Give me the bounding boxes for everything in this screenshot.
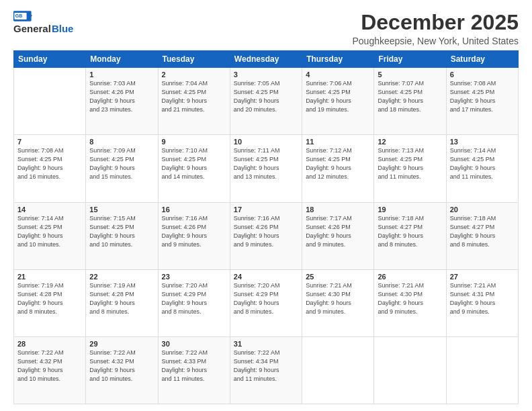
day-number: 29 xyxy=(89,340,154,348)
calendar: Sunday Monday Tuesday Wednesday Thursday… xyxy=(13,50,519,404)
title-block: December 2025 Poughkeepsie, New York, Un… xyxy=(353,11,519,46)
day-number: 3 xyxy=(234,71,298,79)
day-number: 28 xyxy=(17,340,82,348)
day-number: 5 xyxy=(378,71,442,79)
calendar-header-row: Sunday Monday Tuesday Wednesday Thursday… xyxy=(14,51,519,68)
calendar-cell: 10Sunrise: 7:11 AMSunset: 4:25 PMDayligh… xyxy=(230,135,302,202)
day-info: Sunrise: 7:22 AMSunset: 4:34 PMDaylight:… xyxy=(234,349,298,383)
day-info: Sunrise: 7:20 AMSunset: 4:29 PMDaylight:… xyxy=(234,281,298,316)
col-wednesday: Wednesday xyxy=(230,51,302,68)
calendar-cell: 29Sunrise: 7:22 AMSunset: 4:32 PMDayligh… xyxy=(86,336,158,404)
calendar-cell: 5Sunrise: 7:07 AMSunset: 4:25 PMDaylight… xyxy=(374,68,446,135)
day-number: 6 xyxy=(450,71,515,79)
day-info: Sunrise: 7:04 AMSunset: 4:25 PMDaylight:… xyxy=(162,79,226,114)
day-info: Sunrise: 7:12 AMSunset: 4:25 PMDaylight:… xyxy=(306,146,370,181)
calendar-cell: 15Sunrise: 7:15 AMSunset: 4:25 PMDayligh… xyxy=(86,202,158,269)
day-info: Sunrise: 7:05 AMSunset: 4:25 PMDaylight:… xyxy=(234,79,298,114)
day-number: 17 xyxy=(234,205,298,214)
day-number: 7 xyxy=(17,138,82,146)
calendar-week-1: 1Sunrise: 7:03 AMSunset: 4:26 PMDaylight… xyxy=(14,68,519,135)
day-info: Sunrise: 7:21 AMSunset: 4:30 PMDaylight:… xyxy=(306,281,370,316)
day-info: Sunrise: 7:15 AMSunset: 4:25 PMDaylight:… xyxy=(89,214,154,249)
calendar-cell xyxy=(374,336,446,404)
day-number: 18 xyxy=(306,205,370,214)
calendar-cell: 28Sunrise: 7:22 AMSunset: 4:32 PMDayligh… xyxy=(14,336,86,404)
day-number: 1 xyxy=(89,71,154,79)
day-info: Sunrise: 7:18 AMSunset: 4:27 PMDaylight:… xyxy=(378,214,442,249)
page-subtitle: Poughkeepsie, New York, United States xyxy=(353,36,519,46)
day-info: Sunrise: 7:17 AMSunset: 4:26 PMDaylight:… xyxy=(306,214,370,249)
day-info: Sunrise: 7:19 AMSunset: 4:28 PMDaylight:… xyxy=(17,281,82,316)
day-number: 14 xyxy=(17,205,82,214)
calendar-cell xyxy=(446,336,518,404)
day-info: Sunrise: 7:16 AMSunset: 4:26 PMDaylight:… xyxy=(234,214,298,249)
calendar-cell: 24Sunrise: 7:20 AMSunset: 4:29 PMDayligh… xyxy=(230,269,302,336)
calendar-cell: 7Sunrise: 7:08 AMSunset: 4:25 PMDaylight… xyxy=(14,135,86,202)
day-info: Sunrise: 7:19 AMSunset: 4:28 PMDaylight:… xyxy=(89,281,154,316)
day-info: Sunrise: 7:14 AMSunset: 4:25 PMDaylight:… xyxy=(17,214,82,249)
calendar-cell: 17Sunrise: 7:16 AMSunset: 4:26 PMDayligh… xyxy=(230,202,302,269)
col-monday: Monday xyxy=(86,51,158,68)
day-number: 21 xyxy=(17,273,82,281)
calendar-cell: 25Sunrise: 7:21 AMSunset: 4:30 PMDayligh… xyxy=(302,269,374,336)
calendar-week-2: 7Sunrise: 7:08 AMSunset: 4:25 PMDaylight… xyxy=(14,135,519,202)
logo-general: General xyxy=(13,23,51,34)
calendar-cell: 31Sunrise: 7:22 AMSunset: 4:34 PMDayligh… xyxy=(230,336,302,404)
page-title: December 2025 xyxy=(353,11,519,34)
day-number: 13 xyxy=(450,138,515,146)
day-info: Sunrise: 7:22 AMSunset: 4:32 PMDaylight:… xyxy=(89,349,154,383)
calendar-week-4: 21Sunrise: 7:19 AMSunset: 4:28 PMDayligh… xyxy=(14,269,519,336)
day-info: Sunrise: 7:10 AMSunset: 4:25 PMDaylight:… xyxy=(162,146,226,181)
day-number: 2 xyxy=(162,71,226,79)
col-sunday: Sunday xyxy=(14,51,86,68)
day-info: Sunrise: 7:07 AMSunset: 4:25 PMDaylight:… xyxy=(378,79,442,114)
day-info: Sunrise: 7:21 AMSunset: 4:31 PMDaylight:… xyxy=(450,281,515,316)
calendar-cell: 20Sunrise: 7:18 AMSunset: 4:27 PMDayligh… xyxy=(446,202,518,269)
logo-icon: GB xyxy=(13,11,32,21)
calendar-cell: 1Sunrise: 7:03 AMSunset: 4:26 PMDaylight… xyxy=(86,68,158,135)
day-info: Sunrise: 7:09 AMSunset: 4:25 PMDaylight:… xyxy=(89,146,154,181)
day-number: 25 xyxy=(306,273,370,281)
day-number: 24 xyxy=(234,273,298,281)
calendar-cell: 3Sunrise: 7:05 AMSunset: 4:25 PMDaylight… xyxy=(230,68,302,135)
calendar-cell: 19Sunrise: 7:18 AMSunset: 4:27 PMDayligh… xyxy=(374,202,446,269)
calendar-cell: 22Sunrise: 7:19 AMSunset: 4:28 PMDayligh… xyxy=(86,269,158,336)
day-info: Sunrise: 7:13 AMSunset: 4:25 PMDaylight:… xyxy=(378,146,442,181)
day-info: Sunrise: 7:03 AMSunset: 4:26 PMDaylight:… xyxy=(89,79,154,114)
col-thursday: Thursday xyxy=(302,51,374,68)
day-number: 16 xyxy=(162,205,226,214)
calendar-cell: 18Sunrise: 7:17 AMSunset: 4:26 PMDayligh… xyxy=(302,202,374,269)
day-info: Sunrise: 7:21 AMSunset: 4:30 PMDaylight:… xyxy=(378,281,442,316)
calendar-cell: 6Sunrise: 7:08 AMSunset: 4:25 PMDaylight… xyxy=(446,68,518,135)
day-info: Sunrise: 7:18 AMSunset: 4:27 PMDaylight:… xyxy=(450,214,515,249)
day-number: 10 xyxy=(234,138,298,146)
calendar-cell: 8Sunrise: 7:09 AMSunset: 4:25 PMDaylight… xyxy=(86,135,158,202)
calendar-cell: 14Sunrise: 7:14 AMSunset: 4:25 PMDayligh… xyxy=(14,202,86,269)
day-number: 4 xyxy=(306,71,370,79)
logo: GB General Blue xyxy=(13,11,73,34)
calendar-cell: 11Sunrise: 7:12 AMSunset: 4:25 PMDayligh… xyxy=(302,135,374,202)
day-info: Sunrise: 7:20 AMSunset: 4:29 PMDaylight:… xyxy=(162,281,226,316)
day-info: Sunrise: 7:16 AMSunset: 4:26 PMDaylight:… xyxy=(162,214,226,249)
day-info: Sunrise: 7:11 AMSunset: 4:25 PMDaylight:… xyxy=(234,146,298,181)
calendar-cell: 21Sunrise: 7:19 AMSunset: 4:28 PMDayligh… xyxy=(14,269,86,336)
calendar-cell xyxy=(302,336,374,404)
calendar-week-5: 28Sunrise: 7:22 AMSunset: 4:32 PMDayligh… xyxy=(14,336,519,404)
day-number: 12 xyxy=(378,138,442,146)
calendar-cell: 30Sunrise: 7:22 AMSunset: 4:33 PMDayligh… xyxy=(158,336,230,404)
day-info: Sunrise: 7:08 AMSunset: 4:25 PMDaylight:… xyxy=(17,146,82,181)
header: GB General Blue December 2025 Poughkeeps… xyxy=(13,11,519,46)
calendar-cell xyxy=(14,68,86,135)
day-info: Sunrise: 7:14 AMSunset: 4:25 PMDaylight:… xyxy=(450,146,515,181)
day-number: 27 xyxy=(450,273,515,281)
col-saturday: Saturday xyxy=(446,51,518,68)
calendar-cell: 26Sunrise: 7:21 AMSunset: 4:30 PMDayligh… xyxy=(374,269,446,336)
calendar-cell: 12Sunrise: 7:13 AMSunset: 4:25 PMDayligh… xyxy=(374,135,446,202)
day-number: 19 xyxy=(378,205,442,214)
calendar-week-3: 14Sunrise: 7:14 AMSunset: 4:25 PMDayligh… xyxy=(14,202,519,269)
logo-blue: Blue xyxy=(52,23,74,34)
page: GB General Blue December 2025 Poughkeeps… xyxy=(0,0,532,411)
day-number: 22 xyxy=(89,273,154,281)
day-number: 30 xyxy=(162,340,226,348)
col-friday: Friday xyxy=(374,51,446,68)
